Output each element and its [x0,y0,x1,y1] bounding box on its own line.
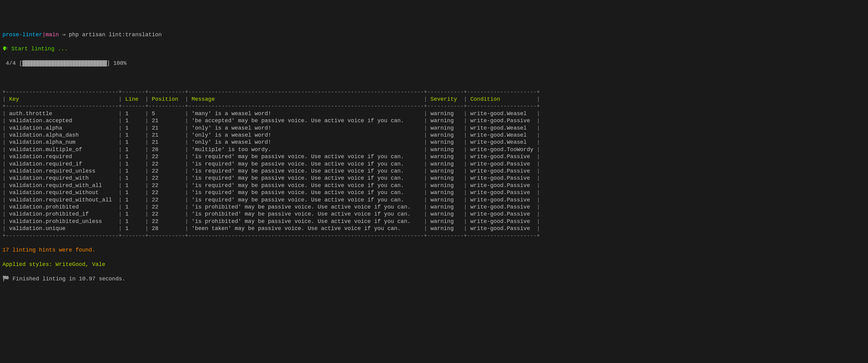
cell-condition: write-good.Passive [470,154,533,160]
cell-line: 1 [125,182,142,188]
cell-key: validation.alpha [9,125,116,131]
cell-condition: write-good.TooWordy [470,147,533,153]
cell-line: 1 [125,175,142,181]
table-header-row: | Key | Line | Position | Message | Seve… [2,96,866,103]
cell-condition: write-good.Passive [470,182,533,188]
cell-key: validation.required_without_all [9,197,116,203]
cell-key: validation.required_if [9,161,116,167]
cell-message: 'is prohibited' may be passive voice. Us… [192,211,421,217]
progress-percent: 100% [113,60,127,66]
cell-message: 'many' is a weasel word! [192,111,421,117]
cell-key: validation.required [9,154,116,160]
cell-condition: write-good.Weasel [470,125,533,131]
table-row: | validation.alpha_num | 1 | 21 | 'only'… [2,139,866,146]
cell-key: validation.prohibited [9,204,116,210]
cell-line: 1 [125,204,142,210]
cell-severity: warning [431,154,460,160]
table-row: | validation.required_without_all | 1 | … [2,196,866,204]
table-row: | validation.unique | 1 | 28 | 'been tak… [2,225,866,232]
cell-key: validation.unique [9,225,116,232]
cell-key: validation.alpha_num [9,139,116,145]
cell-key: Key [9,96,116,102]
cell-key: validation.required_with [9,175,116,181]
cell-message: 'is prohibited' may be passive voice. Us… [192,204,421,210]
cell-position: 21 [152,118,182,124]
checkered-flag-icon: 🏁 [2,276,9,282]
cell-condition: write-good.Passive [470,161,533,167]
cell-line: 1 [125,225,142,232]
cell-position: 22 [152,218,182,224]
cell-line: 1 [125,218,142,224]
cell-key: auth.throttle [9,111,116,117]
applied-styles-line: Applied styles: WriteGood, Vale [2,261,866,268]
speaking-icon: 🗣 [2,46,8,52]
finished-text: Finished linting in 10.97 seconds. [9,276,125,282]
cell-condition: write-good.Passive [470,175,533,181]
cell-position: 22 [152,211,182,217]
prompt-line[interactable]: prose-linter|main ⇒ php artisan lint:tra… [2,31,866,38]
cell-line: Line [125,96,142,102]
cell-severity: warning [431,197,460,203]
cell-message: 'is required' may be passive voice. Use … [192,154,421,160]
cell-condition: write-good.Passive [470,189,533,195]
cell-condition: write-good.Passive [470,118,533,124]
cell-position: 22 [152,182,182,188]
cell-severity: warning [431,211,460,217]
cell-condition: write-good.Passive [470,211,533,217]
cell-position: 22 [152,204,182,210]
progress-count: 4/4 [ [2,60,23,66]
table-row: | validation.accepted | 1 | 21 | 'be acc… [2,117,866,124]
table-row: | validation.required_with | 1 | 22 | 'i… [2,175,866,182]
cell-severity: warning [431,218,460,224]
cell-key: validation.required_with_all [9,182,116,188]
lint-results-table: +----------------------------------+----… [2,89,866,240]
table-border: +----------------------------------+----… [2,233,866,240]
cell-message: 'be accepted' may be passive voice. Use … [192,118,421,124]
cell-key: validation.alpha_dash [9,132,116,138]
applied-label: Applied styles: [2,261,56,268]
cell-position: 22 [152,154,182,160]
cell-message: 'is required' may be passive voice. Use … [192,197,421,203]
cell-message: 'is required' may be passive voice. Use … [192,168,421,174]
cell-line: 1 [125,189,142,195]
cell-severity: warning [431,125,460,131]
cell-severity: warning [431,118,460,124]
cell-severity: warning [431,139,460,145]
cell-severity: warning [431,168,460,174]
cell-message: 'only' is a weasel word! [192,139,421,145]
cell-severity: warning [431,147,460,153]
cell-position: 21 [152,125,182,131]
table-row: | validation.prohibited | 1 | 22 | 'is p… [2,204,866,211]
cell-line: 1 [125,125,142,131]
cell-severity: warning [431,204,460,210]
cell-position: 22 [152,197,182,203]
cell-message: 'only' is a weasel word! [192,132,421,138]
progress-bar-end: ] [106,60,113,66]
cell-line: 1 [125,111,142,117]
cell-line: 1 [125,168,142,174]
cell-condition: Condition [470,96,533,102]
table-row: | validation.alpha_dash | 1 | 21 | 'only… [2,132,866,139]
cell-message: Message [192,96,421,102]
cell-line: 1 [125,154,142,160]
start-text: Start linting ... [8,46,68,52]
cell-message: 'is prohibited' may be passive voice. Us… [192,218,421,224]
summary-hints: 17 linting hints were found. [2,247,866,254]
prompt-project: prose-linter [2,32,42,38]
table-row: | validation.required_unless | 1 | 22 | … [2,168,866,175]
table-border: +----------------------------------+----… [2,89,866,96]
cell-message: 'is required' may be passive voice. Use … [192,189,421,195]
cell-position: 26 [152,147,182,153]
table-row: | validation.alpha | 1 | 21 | 'only' is … [2,125,866,132]
progress-bar: ▓▓▓▓▓▓▓▓▓▓▓▓▓▓▓▓▓▓▓▓▓▓▓▓▓▓▓▓ [23,60,106,66]
table-row: | validation.required | 1 | 22 | 'is req… [2,153,866,160]
table-row: | validation.prohibited_unless | 1 | 22 … [2,218,866,225]
cell-position: 22 [152,189,182,195]
cell-message: 'is required' may be passive voice. Use … [192,175,421,181]
cell-line: 1 [125,197,142,203]
cell-condition: write-good.Weasel [470,132,533,138]
cell-condition: write-good.Passive [470,168,533,174]
cell-line: 1 [125,147,142,153]
cell-severity: warning [431,189,460,195]
cell-condition: write-good.Weasel [470,139,533,145]
